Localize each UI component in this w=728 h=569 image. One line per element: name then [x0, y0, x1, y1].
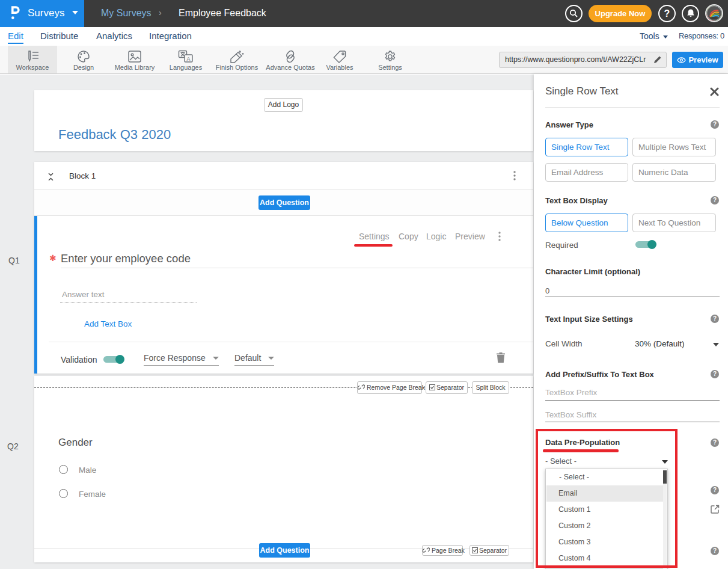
svg-text:A: A [186, 56, 190, 62]
